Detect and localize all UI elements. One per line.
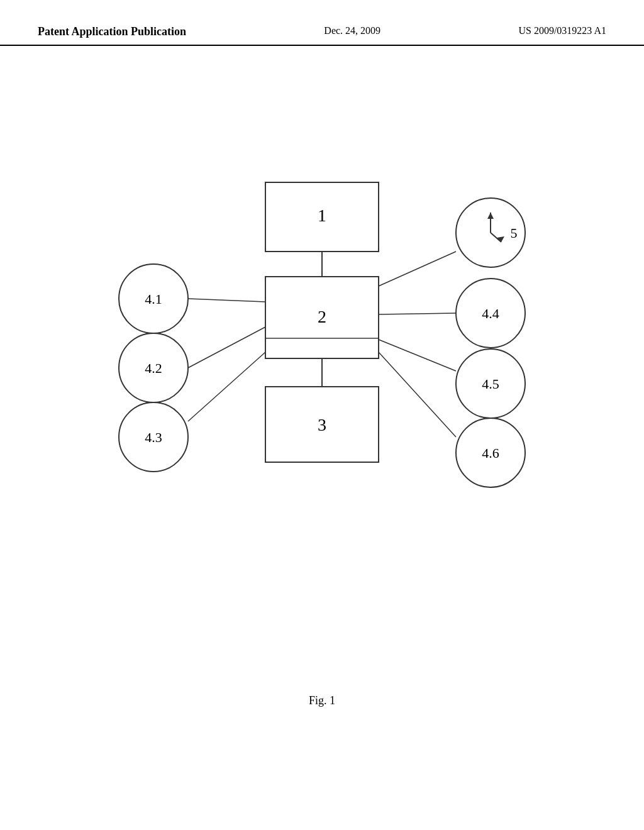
connector-43-2 — [188, 352, 265, 421]
node-2-label: 2 — [318, 307, 326, 326]
patent-diagram: 1 2 3 4.1 4.2 4.3 — [108, 157, 536, 547]
connector-41-2 — [188, 299, 265, 302]
node-3-label: 3 — [318, 415, 326, 434]
page-header: Patent Application Publication Dec. 24, … — [0, 0, 644, 46]
node-5-label: 5 — [511, 225, 518, 241]
connector-44-2 — [379, 313, 456, 314]
header-patent-number: US 2009/0319223 A1 — [518, 25, 606, 36]
connector-45-2 — [379, 340, 456, 371]
header-date: Dec. 24, 2009 — [324, 25, 380, 36]
header-left-text: Patent Application Publication — [38, 25, 186, 38]
figure-label: Fig. 1 — [0, 694, 644, 707]
node-1-label: 1 — [318, 206, 326, 225]
node-45-label: 4.5 — [482, 376, 499, 392]
node-41-label: 4.1 — [145, 291, 162, 307]
connector-5-2 — [379, 252, 456, 286]
node-43-label: 4.3 — [145, 429, 162, 445]
connector-42-2 — [188, 327, 265, 368]
connector-46-2 — [379, 352, 456, 437]
node-44-label: 4.4 — [482, 306, 499, 321]
node-46-label: 4.6 — [482, 445, 499, 461]
node-42-label: 4.2 — [145, 360, 162, 376]
diagram-container: 1 2 3 4.1 4.2 4.3 — [108, 157, 536, 547]
